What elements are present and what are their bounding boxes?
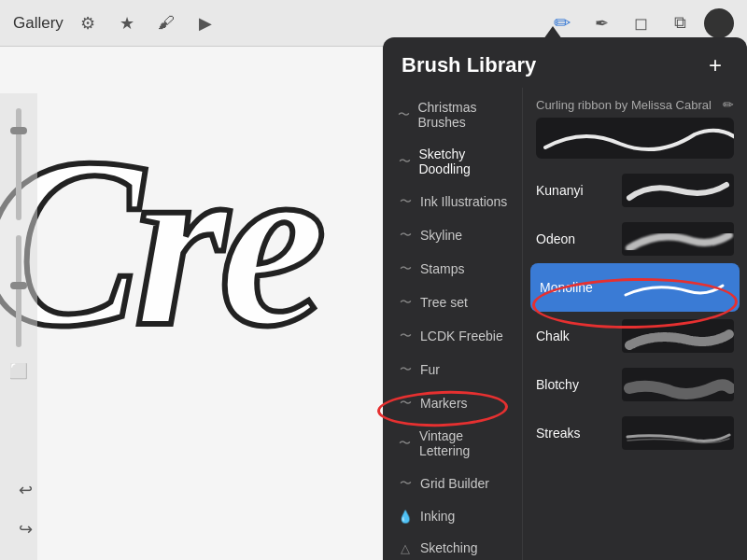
undo-button[interactable]: ↩: [9, 474, 41, 506]
markers-icon: 〜: [398, 395, 413, 412]
edit-icon[interactable]: ✏: [723, 97, 734, 112]
streaks-preview: [622, 416, 734, 450]
streaks-name: Streaks: [536, 426, 613, 441]
category-lcdk[interactable]: 〜 LCDK Freebie: [383, 319, 522, 353]
skyline-icon: 〜: [398, 227, 413, 244]
brush-header-curling: Curling ribbon by Melissa Cabral ✏: [523, 93, 747, 114]
kunanyi-info: Kunanyi: [536, 183, 613, 198]
category-sketchy[interactable]: 〜 Sketchy Doodling: [383, 138, 522, 185]
christmas-icon: 〜: [398, 106, 410, 123]
tree-icon: 〜: [398, 294, 413, 311]
category-markers[interactable]: 〜 Markers: [383, 386, 522, 420]
sketching-icon: △: [398, 541, 413, 555]
chalk-info: Chalk: [536, 329, 613, 343]
category-vintage[interactable]: 〜 Vintage Lettering: [383, 420, 522, 467]
chalk-preview: [622, 319, 734, 353]
opacity-slider[interactable]: [16, 235, 21, 347]
toolbar-left: Gallery ⚙ ★ 🖌 ▶: [13, 8, 220, 38]
category-stamps[interactable]: 〜 Stamps: [383, 252, 522, 286]
brush-list: Curling ribbon by Melissa Cabral ✏ Kunan…: [523, 88, 747, 560]
redo-button[interactable]: ↪: [9, 513, 41, 545]
toolbar-right: ✏ ✒ ◻ ⧉: [547, 8, 734, 38]
magic-icon[interactable]: ★: [112, 8, 142, 38]
wrench-icon[interactable]: ⚙: [73, 8, 103, 38]
odeon-info: Odeon: [536, 231, 613, 246]
brush-blotchy[interactable]: Blotchy: [523, 360, 747, 409]
brush-library-header: Brush Library +: [383, 37, 747, 88]
brush-chalk[interactable]: Chalk: [523, 312, 747, 360]
category-skyline[interactable]: 〜 Skyline: [383, 218, 522, 252]
grid-icon: 〜: [398, 475, 413, 492]
fur-icon: 〜: [398, 361, 413, 378]
category-sketching[interactable]: △ Sketching: [383, 532, 522, 560]
category-grid[interactable]: 〜 Grid Builder: [383, 467, 522, 500]
category-christmas[interactable]: 〜 Christmas Brushes: [383, 91, 522, 138]
brush-odeon[interactable]: Odeon: [523, 215, 747, 263]
brush-categories: 〜 Christmas Brushes 〜 Sketchy Doodling 〜…: [383, 88, 523, 560]
brush-library-body: 〜 Christmas Brushes 〜 Sketchy Doodling 〜…: [383, 88, 747, 560]
monoline-preview: [618, 271, 730, 304]
panel-pointer: [543, 26, 562, 39]
blotchy-preview: [622, 368, 734, 401]
send-icon[interactable]: ▶: [190, 8, 220, 38]
brush-streaks[interactable]: Streaks: [523, 409, 747, 457]
canvas-lettering: Cre: [0, 103, 317, 382]
eraser-icon[interactable]: ◻: [626, 8, 655, 38]
category-fur[interactable]: 〜 Fur: [383, 353, 522, 386]
monoline-name: Monoline: [540, 280, 609, 295]
odeon-name: Odeon: [536, 231, 613, 246]
brush-library-panel: Brush Library + 〜 Christmas Brushes 〜 Sk…: [383, 37, 747, 560]
vintage-icon: 〜: [398, 435, 412, 452]
category-inking[interactable]: 💧 Inking: [383, 500, 522, 532]
blotchy-info: Blotchy: [536, 377, 613, 392]
add-brush-button[interactable]: +: [702, 52, 728, 78]
curling-brush-label: Curling ribbon by Melissa Cabral: [536, 98, 713, 112]
streaks-info: Streaks: [536, 426, 613, 441]
brush-monoline[interactable]: Monoline: [530, 263, 740, 312]
odeon-preview: [622, 222, 734, 256]
chalk-name: Chalk: [536, 329, 613, 343]
brush-kunanyi[interactable]: Kunanyi: [523, 166, 747, 215]
smudge-icon[interactable]: ✒: [586, 8, 616, 38]
color-dropper-icon[interactable]: ⬜: [5, 357, 33, 385]
layers-icon[interactable]: ⧉: [665, 8, 695, 38]
size-slider[interactable]: [16, 108, 21, 220]
stamps-icon: 〜: [398, 260, 413, 277]
brush-library-title: Brush Library: [402, 53, 536, 77]
gallery-button[interactable]: Gallery: [13, 14, 63, 33]
monoline-info: Monoline: [540, 280, 609, 295]
inking-icon: 💧: [398, 510, 413, 524]
bottom-tools: ↩ ↪: [9, 474, 41, 545]
kunanyi-preview: [622, 174, 734, 207]
lcdk-icon: 〜: [398, 328, 413, 344]
kunanyi-name: Kunanyi: [536, 183, 613, 198]
blotchy-name: Blotchy: [536, 377, 613, 392]
sketchy-icon: 〜: [398, 153, 411, 170]
avatar[interactable]: [704, 8, 734, 38]
category-tree[interactable]: 〜 Tree set: [383, 286, 522, 319]
brush-tool-icon[interactable]: 🖌: [151, 8, 181, 38]
category-ink[interactable]: 〜 Ink Illustrations: [383, 185, 522, 218]
ink-icon: 〜: [398, 193, 413, 210]
